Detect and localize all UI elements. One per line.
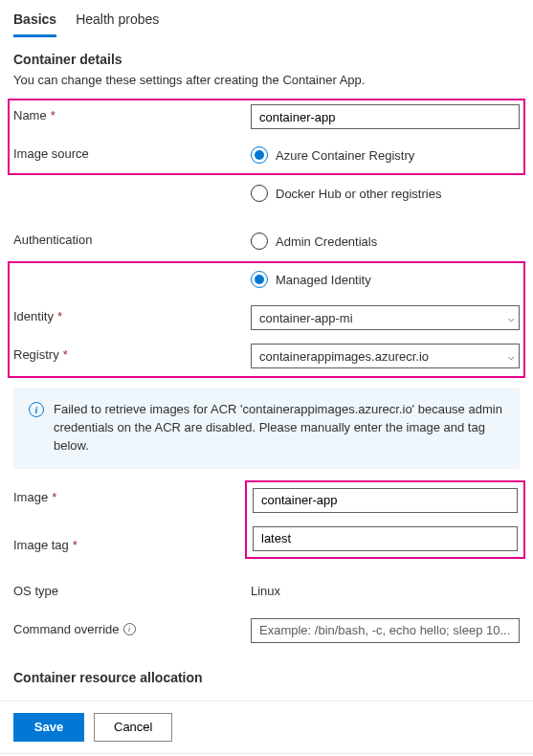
tab-health-probes[interactable]: Health probes — [76, 6, 159, 37]
radio-icon — [251, 146, 268, 164]
image-tag-label: Image tag * — [13, 534, 251, 552]
radio-label: Managed Identity — [276, 273, 371, 287]
radio-label: Azure Container Registry — [276, 148, 414, 163]
auth-admin-radio[interactable]: Admin Credentials — [251, 229, 520, 254]
registry-select[interactable]: containerappimages.azurecr.io ⌵ — [251, 344, 520, 368]
cancel-button[interactable]: Cancel — [94, 713, 172, 742]
image-label: Image * — [13, 486, 251, 504]
highlight-identity-registry: Managed Identity Identity * container-ap… — [8, 261, 525, 378]
os-type-value: Linux — [251, 580, 520, 598]
radio-icon — [251, 233, 268, 250]
image-input[interactable] — [253, 488, 518, 513]
chevron-down-icon: ⌵ — [508, 350, 515, 363]
footer-actions: Save Cancel — [0, 700, 533, 754]
required-marker: * — [51, 108, 56, 122]
authentication-label: Authentication — [13, 229, 251, 247]
registry-label: Registry * — [13, 344, 251, 362]
auth-managed-radio[interactable]: Managed Identity — [251, 267, 520, 292]
info-icon: i — [29, 402, 44, 417]
radio-label: Admin Credentials — [276, 234, 377, 249]
highlight-name-imagesource: Name * Image source Azure Container Regi… — [8, 99, 525, 175]
info-message-box: i Failed to retrieve images for ACR 'con… — [13, 388, 520, 469]
radio-label: Docker Hub or other registries — [276, 187, 441, 201]
required-marker: * — [63, 347, 68, 362]
info-icon[interactable]: i — [123, 623, 136, 635]
image-source-acr-radio[interactable]: Azure Container Registry — [251, 143, 520, 167]
name-input[interactable] — [251, 104, 520, 129]
identity-label: Identity * — [13, 305, 251, 323]
save-button[interactable]: Save — [13, 713, 84, 742]
select-value: containerappimages.azurecr.io — [259, 349, 429, 364]
required-marker: * — [73, 538, 78, 552]
radio-icon — [251, 185, 268, 202]
select-value: container-app-mi — [259, 311, 353, 325]
identity-select[interactable]: container-app-mi ⌵ — [251, 305, 520, 330]
info-text: Failed to retrieve images for ACR 'conta… — [54, 401, 504, 456]
image-source-docker-radio[interactable]: Docker Hub or other registries — [251, 181, 520, 206]
section-title: Container details — [13, 52, 520, 67]
required-marker: * — [57, 309, 62, 323]
section-desc: You can change these settings after crea… — [13, 73, 520, 87]
container-details-section: Container details You can change these s… — [0, 38, 533, 645]
tab-basics[interactable]: Basics — [13, 6, 56, 37]
highlight-image — [245, 480, 525, 559]
tabs-bar: Basics Health probes — [0, 0, 533, 38]
name-label: Name * — [13, 104, 251, 122]
command-override-input[interactable] — [251, 618, 520, 643]
image-tag-input[interactable] — [253, 526, 518, 551]
radio-icon — [251, 271, 268, 288]
command-override-label: Command override i — [13, 618, 251, 636]
resource-allocation-title: Container resource allocation — [0, 656, 533, 685]
image-source-label: Image source — [13, 143, 251, 161]
os-type-label: OS type — [13, 580, 251, 598]
chevron-down-icon: ⌵ — [508, 312, 515, 324]
required-marker: * — [52, 490, 56, 504]
